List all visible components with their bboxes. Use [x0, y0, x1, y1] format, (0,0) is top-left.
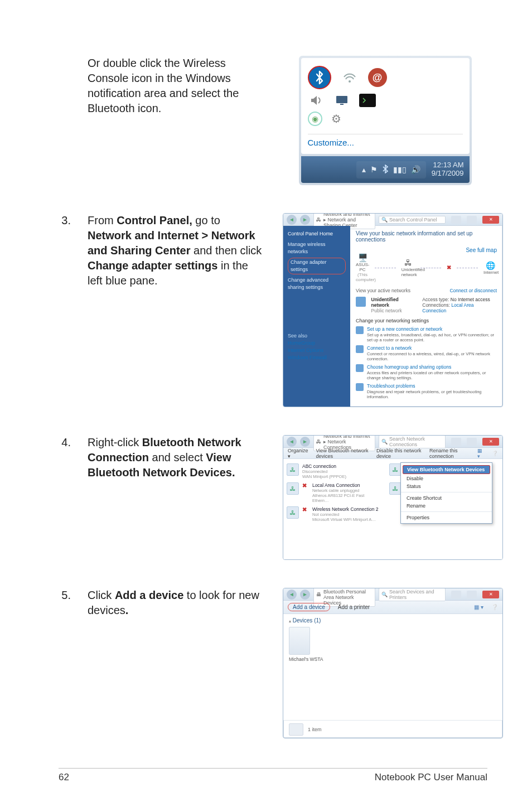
connection-icon: 🖧 — [389, 463, 402, 476]
left-item[interactable]: Change adapter settings — [288, 258, 346, 274]
connection-icon: 🖧 — [287, 506, 299, 519]
organize-menu[interactable]: Organize ▾ — [288, 448, 308, 459]
disabled-icon: ✖ — [302, 506, 309, 522]
connection-icon: 🖧 — [389, 482, 402, 495]
tray-vol-icon[interactable]: 🔊 — [411, 165, 420, 174]
step-number: 5. — [59, 588, 71, 602]
bluetooth-icon[interactable] — [308, 66, 331, 89]
add-device-button[interactable]: Add a device — [288, 603, 330, 611]
back-icon[interactable]: ◄ — [287, 590, 297, 600]
step3-text: From Control Panel, go to Network and In… — [88, 213, 266, 288]
intro-text: Or double click the Wireless Console ico… — [88, 56, 266, 116]
footer-title: Notebook PC User Manual — [375, 772, 487, 783]
toolbar-item[interactable]: Disable this network device — [376, 448, 422, 459]
page-number: 62 — [59, 772, 69, 783]
context-menu: View Bluetooth Network Devices Disable S… — [400, 462, 492, 524]
view-icon[interactable]: ▦ ▾ — [477, 448, 484, 459]
connection-item[interactable]: 🖧✖Wireless Network Connection 2Not conne… — [287, 506, 381, 522]
taskbar-clock[interactable]: 12:13 AM 9/17/2009 — [432, 161, 464, 178]
back-icon[interactable]: ◄ — [287, 215, 297, 225]
network-icon — [356, 297, 366, 307]
left-item[interactable]: Change advanced sharing settings — [288, 277, 346, 291]
maximize-button[interactable] — [467, 591, 477, 598]
network-map: 🖥️ASUS-PC(This computer) 🖧Unidentified n… — [356, 253, 497, 282]
disc-icon[interactable]: ◉ — [308, 112, 322, 126]
minimize-button[interactable] — [451, 216, 461, 224]
menu-item[interactable]: View Bluetooth Network Devices — [403, 465, 490, 474]
close-button[interactable]: ✕ — [482, 216, 499, 224]
headline: View your basic network information and … — [356, 230, 497, 243]
toolbar-item[interactable]: View Bluetooth network devices — [316, 448, 369, 459]
network-sharing-window: ◄ ► 🖧Network and Internet ▸ Network and … — [283, 213, 503, 407]
tray-net-icon[interactable]: ▮▮▯ — [393, 165, 407, 174]
add-printer-button[interactable]: Add a printer — [338, 604, 370, 610]
tray-arrow-icon[interactable]: ▴ — [362, 165, 366, 174]
svg-rect-3 — [361, 96, 374, 105]
fwd-icon[interactable]: ► — [300, 437, 310, 447]
connection-icon: 🖧 — [287, 482, 299, 495]
device-item[interactable]: Michael's WSTA — [289, 627, 497, 662]
search-input[interactable]: 🔍Search Network Connections — [379, 435, 446, 448]
step-number: 3. — [59, 213, 71, 227]
task-link[interactable]: Choose homegroup and sharing optionsAcce… — [356, 364, 497, 380]
left-link[interactable]: HomeGroup — [288, 340, 346, 347]
tray-bt-icon[interactable] — [382, 165, 389, 175]
menu-item[interactable]: Status — [401, 482, 492, 490]
menu-item[interactable]: Disable — [401, 475, 492, 482]
maximize-button[interactable] — [467, 216, 477, 224]
search-input[interactable]: 🔍Search Control Panel — [379, 216, 446, 224]
tray-flag-icon[interactable]: ⚑ — [370, 165, 378, 174]
device-icon — [289, 627, 310, 655]
step-number: 4. — [59, 435, 71, 449]
fwd-icon[interactable]: ► — [300, 215, 310, 225]
connection-item[interactable]: 🖧ABC connectionDisconnectedWAN Miniport … — [287, 463, 381, 479]
category-header[interactable]: ▴ Devices (1) — [289, 617, 497, 624]
speaker-icon[interactable] — [308, 94, 325, 107]
search-input[interactable]: 🔍Search Devices and Printers — [379, 588, 446, 601]
connection-icon: 🖧 — [287, 463, 299, 476]
connection-item[interactable]: 🖧✖Local Area ConnectionNetwork cable unp… — [287, 482, 381, 503]
at-icon[interactable]: @ — [368, 68, 387, 87]
cmd-icon[interactable] — [359, 94, 376, 107]
help-icon[interactable]: ❔ — [492, 451, 498, 456]
step5-text: Click Add a device to look for new devic… — [88, 588, 266, 618]
connect-link[interactable]: Connect or disconnect — [449, 288, 497, 293]
svg-rect-2 — [340, 104, 344, 105]
close-button[interactable]: ✕ — [482, 438, 499, 446]
left-link[interactable]: Internet Options — [288, 347, 346, 354]
close-button[interactable]: ✕ — [482, 591, 499, 598]
task-link[interactable]: Set up a new connection or networkSet up… — [356, 326, 497, 342]
minimize-button[interactable] — [451, 438, 461, 446]
see-full-map-link[interactable]: See full map — [356, 247, 497, 253]
left-item[interactable]: Manage wireless networks — [288, 241, 346, 255]
tray-popup: @ ◉ ⚙ — [299, 56, 472, 185]
broken-icon: ✖ — [447, 264, 451, 270]
network-connections-window: ◄ ► 🖧Network and Internet ▸ Network Conn… — [283, 435, 503, 560]
taskbar: ▴ ⚑ ▮▮▯ 🔊 12:13 AM 9/17/2009 — [301, 156, 470, 183]
gear-icon[interactable]: ⚙ — [331, 112, 341, 125]
wireless-icon[interactable] — [340, 68, 359, 87]
footer-icon — [289, 723, 303, 736]
fwd-icon[interactable]: ► — [300, 590, 310, 600]
customize-link[interactable]: Customize... — [308, 134, 463, 151]
monitor-icon[interactable] — [333, 94, 350, 107]
toolbar-item[interactable]: Rename this connection — [429, 448, 470, 459]
status-bar: 1 item — [283, 720, 502, 738]
back-icon[interactable]: ◄ — [287, 437, 297, 447]
devices-window: ◄ ► 🖶Devices and Print… ▸ Bluetooth Pers… — [283, 588, 503, 738]
left-link[interactable]: Windows Firewall — [288, 354, 346, 361]
menu-item[interactable]: Rename — [401, 502, 492, 510]
svg-point-0 — [349, 80, 351, 83]
view-icon[interactable]: ▦ ▾ — [474, 604, 483, 610]
disabled-icon: ✖ — [302, 482, 309, 503]
task-link[interactable]: Connect to a networkConnect or reconnect… — [356, 345, 497, 361]
maximize-button[interactable] — [467, 438, 477, 446]
task-link[interactable]: Troubleshoot problemsDiagnose and repair… — [356, 383, 497, 399]
menu-item[interactable]: Create Shortcut — [401, 494, 492, 502]
menu-item[interactable]: Properties — [401, 514, 492, 521]
minimize-button[interactable] — [451, 591, 461, 598]
step4-text: Right-click Bluetooth Network Connection… — [88, 435, 266, 480]
left-pane: Control Panel Home Manage wireless netwo… — [283, 226, 350, 407]
help-icon[interactable]: ❔ — [491, 604, 498, 610]
svg-rect-1 — [336, 96, 347, 103]
